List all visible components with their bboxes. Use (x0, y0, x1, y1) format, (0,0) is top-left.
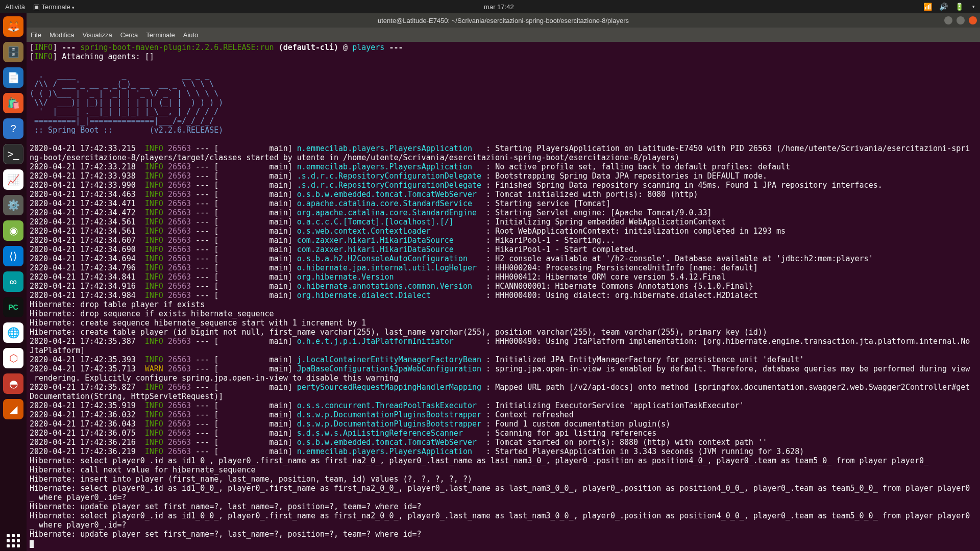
help-icon[interactable]: ? (3, 118, 23, 139)
ubuntu-dock: 🦊 🗄️ 📄 🛍️ ? >_ 📈 ⚙️ ◉ ⟨⟩ ∞ PC 🌐 ⬡ ◓ ◢ (0, 13, 27, 551)
pycharm-icon[interactable]: PC (3, 297, 23, 317)
menu-help[interactable]: Aiuto (183, 31, 199, 39)
network-icon[interactable]: 📶 (923, 3, 932, 11)
menu-terminal[interactable]: Terminale (146, 31, 175, 39)
vscode-icon[interactable]: ⟨⟩ (3, 246, 23, 266)
app-box-icon[interactable]: ⬡ (3, 348, 23, 368)
settings-icon[interactable]: ⚙️ (3, 195, 23, 215)
system-menu-chevron-icon[interactable]: ▾ (972, 4, 975, 9)
app-orange-icon[interactable]: ◢ (3, 399, 23, 419)
app-red-icon[interactable]: ◓ (3, 373, 23, 394)
volume-icon[interactable]: 🔊 (939, 3, 948, 11)
firefox-icon[interactable]: 🦊 (3, 16, 23, 37)
ubuntu-software-icon[interactable]: 🛍️ (3, 93, 23, 113)
clock[interactable]: mar 17:42 (75, 3, 923, 11)
app-green-icon[interactable]: ◉ (3, 220, 23, 241)
arduino-icon[interactable]: ∞ (3, 271, 23, 292)
terminal-window: utente@Latitude-E7450: ~/Scrivania/eserc… (27, 13, 980, 551)
menu-edit[interactable]: Modifica (50, 31, 74, 39)
menu-file[interactable]: File (31, 31, 41, 39)
minimize-button[interactable] (944, 16, 952, 24)
menu-search[interactable]: Cerca (120, 31, 138, 39)
window-title: utente@Latitude-E7450: ~/Scrivania/eserc… (27, 17, 980, 24)
show-applications-icon[interactable] (3, 531, 23, 551)
terminal-menu-icon: ▣ (33, 3, 40, 11)
window-titlebar[interactable]: utente@Latitude-E7450: ~/Scrivania/eserc… (27, 13, 980, 28)
libreoffice-writer-icon[interactable]: 📄 (3, 67, 23, 88)
chrome-icon[interactable]: 🌐 (3, 322, 23, 343)
menu-view[interactable]: Visualizza (82, 31, 112, 39)
terminal-menubar: File Modifica Visualizza Cerca Terminale… (27, 28, 980, 42)
system-monitor-icon[interactable]: 📈 (3, 169, 23, 190)
activities-button[interactable]: Attività (5, 3, 25, 11)
terminal-icon[interactable]: >_ (3, 144, 23, 164)
gnome-topbar: Attività ▣ Terminale▾ mar 17:42 📶 🔊 🔋 ▾ (0, 0, 980, 13)
terminal-output[interactable]: [INFO] --- spring-boot-maven-plugin:2.2.… (27, 42, 980, 551)
app-menu[interactable]: ▣ Terminale▾ (33, 3, 75, 11)
maximize-button[interactable] (957, 16, 965, 24)
battery-icon[interactable]: 🔋 (955, 3, 964, 11)
close-button[interactable] (969, 16, 977, 24)
files-icon[interactable]: 🗄️ (3, 42, 23, 62)
